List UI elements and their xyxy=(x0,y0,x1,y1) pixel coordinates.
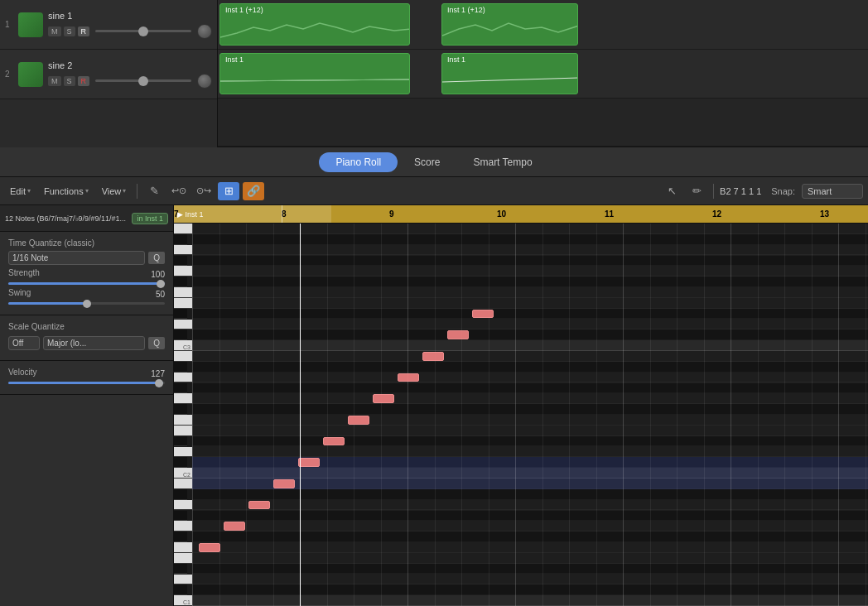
track-clip-2b[interactable]: Inst 1 xyxy=(441,53,578,95)
note-grid[interactable]: C3C2C1 xyxy=(192,224,868,606)
edit-menu-button[interactable]: Edit ▾ xyxy=(5,184,36,199)
track-name-1: sine 1 xyxy=(48,11,212,21)
quantize-q-button[interactable]: Q xyxy=(148,252,165,264)
track-row-1: 1 sine 1 M S R xyxy=(0,0,217,50)
marker-12: 12 xyxy=(712,209,721,219)
tool-redo-step[interactable]: ⊙↪ xyxy=(193,182,215,200)
track-icon-2 xyxy=(18,62,43,87)
left-panel: 12 Notes (B6/7/maj7/♭9/9/#9/11/#1... in … xyxy=(0,205,174,606)
track-row-2: 2 sine 2 M S R xyxy=(0,50,217,99)
track-slider-2[interactable] xyxy=(95,79,191,82)
track-section: 1 sine 1 M S R xyxy=(0,0,868,147)
scale-off-select[interactable]: Off On xyxy=(8,336,40,350)
piano-note[interactable] xyxy=(273,479,295,488)
track-lane-1: Inst 1 (+12) Inst 1 (+12) xyxy=(218,0,868,50)
piano-note[interactable] xyxy=(422,352,444,361)
track-solo-2[interactable]: S xyxy=(64,76,75,86)
track-buttons-1: M S R xyxy=(48,24,212,39)
scale-q-button[interactable]: Q xyxy=(148,337,165,349)
functions-chevron-icon: ▾ xyxy=(85,187,89,195)
position-display: B2 7 1 1 1 xyxy=(720,186,761,196)
main-editor: 12 Notes (B6/7/maj7/♭9/9/#9/11/#1... in … xyxy=(0,205,868,606)
track-record-1[interactable]: R xyxy=(78,26,90,36)
tool-select[interactable]: ⊞ xyxy=(218,182,239,200)
track-slider-1[interactable] xyxy=(95,30,191,32)
track-clip-1b[interactable]: Inst 1 (+12) xyxy=(441,3,578,46)
view-label: View xyxy=(102,186,122,196)
piano-keys: C3C2C1 xyxy=(174,224,192,606)
track-record-2[interactable]: R xyxy=(78,76,90,86)
view-chevron-icon: ▾ xyxy=(123,187,126,195)
marker-9: 9 xyxy=(389,209,394,219)
region-indicator: ▶ Inst 1 xyxy=(174,205,331,223)
piano-note[interactable] xyxy=(447,330,469,339)
functions-menu-button[interactable]: Functions ▾ xyxy=(39,184,94,199)
timeline-bar: ▶ Inst 1 7 8 9 10 11 12 13 xyxy=(174,205,868,224)
piano-note[interactable] xyxy=(248,501,270,510)
track-content-area: Inst 1 (+12) Inst 1 (+12) Inst 1 xyxy=(218,0,868,147)
scale-quantize-section: Scale Quantize Off On Major (lo... Minor… xyxy=(0,315,173,361)
region-text: ▶ Inst 1 xyxy=(177,210,204,219)
track-knob-2[interactable] xyxy=(197,74,212,89)
tool-pencil[interactable]: ✎ xyxy=(143,182,165,200)
clip-label-1a: Inst 1 (+12) xyxy=(222,5,267,15)
swing-slider[interactable] xyxy=(8,302,165,305)
clip-label-2b: Inst 1 xyxy=(444,55,469,65)
track-solo-1[interactable]: S xyxy=(64,26,75,36)
track-buttons-2: M S R xyxy=(48,74,212,89)
tool-draw-mode[interactable]: ✏ xyxy=(686,182,707,200)
piano-note[interactable] xyxy=(199,543,220,552)
tab-smart-tempo[interactable]: Smart Tempo xyxy=(456,152,548,172)
note-count: 12 Notes (B6/7/maj7/♭9/9/#9/11/#1... xyxy=(5,214,127,223)
track-number-2: 2 xyxy=(5,70,13,79)
scale-major-select[interactable]: Major (lo... Minor Pentatonic xyxy=(43,336,145,350)
tab-score[interactable]: Score xyxy=(398,152,456,172)
quantize-select[interactable]: 1/16 Note 1/8 Note 1/4 Note xyxy=(8,251,145,265)
edit-chevron-icon: ▾ xyxy=(27,187,31,195)
mode-tabs: Piano Roll Score Smart Tempo xyxy=(319,152,548,172)
note-info-bar: 12 Notes (B6/7/maj7/♭9/9/#9/11/#1... in … xyxy=(0,205,173,232)
piano-note[interactable] xyxy=(298,458,320,467)
toolbar-divider-2 xyxy=(713,184,714,199)
strength-slider[interactable] xyxy=(8,282,165,285)
track-name-2: sine 2 xyxy=(48,60,212,70)
piano-note[interactable] xyxy=(398,373,419,382)
piano-note[interactable] xyxy=(323,437,345,446)
velocity-label: Velocity xyxy=(8,368,36,377)
track-lane-empty xyxy=(218,99,868,147)
track-knob-1[interactable] xyxy=(197,24,212,39)
track-icon-1 xyxy=(18,12,43,37)
view-menu-button[interactable]: View ▾ xyxy=(97,184,132,199)
strength-row: Strength 100 xyxy=(8,268,165,281)
scale-quantize-row: Off On Major (lo... Minor Pentatonic Q xyxy=(8,336,165,350)
track-lane-2: Inst 1 Inst 1 xyxy=(218,50,868,99)
editor-toolbar: Edit ▾ Functions ▾ View ▾ ✎ ↩⊙ ⊙↪ ⊞ 🔗 ↖ … xyxy=(0,177,868,205)
toolbar-divider-1 xyxy=(137,184,137,199)
tab-piano-roll[interactable]: Piano Roll xyxy=(319,152,398,172)
piano-note[interactable] xyxy=(472,310,494,319)
tool-link[interactable]: 🔗 xyxy=(243,182,264,200)
track-clip-2a[interactable]: Inst 1 xyxy=(219,53,410,95)
track-mute-1[interactable]: M xyxy=(48,26,61,36)
piano-note[interactable] xyxy=(224,522,245,531)
quantize-row: 1/16 Note 1/8 Note 1/4 Note Q xyxy=(8,251,165,265)
velocity-slider[interactable] xyxy=(8,382,165,384)
marker-7: 7 xyxy=(174,209,179,219)
velocity-value: 127 xyxy=(151,369,165,378)
track-mute-2[interactable]: M xyxy=(48,76,61,86)
marker-11: 11 xyxy=(605,209,614,219)
piano-note[interactable] xyxy=(373,394,394,403)
functions-label: Functions xyxy=(44,186,84,196)
tool-pointer[interactable]: ↖ xyxy=(661,182,682,200)
track-clip-1a[interactable]: Inst 1 (+12) xyxy=(219,3,410,46)
mode-tabs-bar: Piano Roll Score Smart Tempo xyxy=(0,147,868,177)
tool-undo-step[interactable]: ↩⊙ xyxy=(168,182,190,200)
region-badge: in Inst 1 xyxy=(132,213,168,224)
piano-and-grid: C3C2C1 C3C2C1 xyxy=(174,224,868,606)
swing-row: Swing 50 xyxy=(8,288,165,301)
snap-select[interactable]: Smart 1/4 Note 1/8 Note 1/16 Note xyxy=(802,184,863,199)
piano-note[interactable] xyxy=(348,416,369,425)
time-quantize-label: Time Quantize (classic) xyxy=(8,238,165,248)
track-number-1: 1 xyxy=(5,20,13,29)
track-controls-1: sine 1 M S R xyxy=(48,11,212,39)
